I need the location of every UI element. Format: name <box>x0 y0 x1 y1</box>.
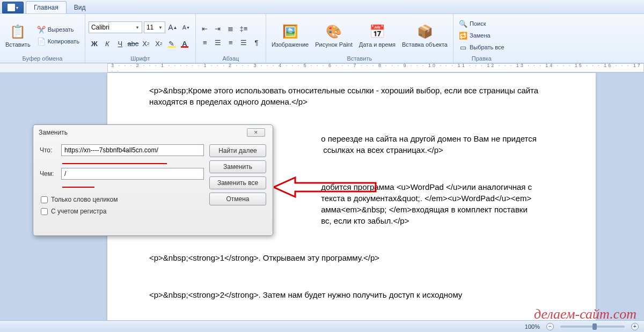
insert-image-label: Изображение <box>272 41 309 48</box>
copy-label: Копировать <box>48 38 79 45</box>
match-case-checkbox[interactable]: С учетом регистра <box>41 208 204 215</box>
doc-line: <p>&nbsp;Кроме этого использовать относи… <box>149 85 554 107</box>
doc-line: <p>&nbsp;<strong>1</strong>. Открываем э… <box>149 252 554 263</box>
dialog-close-button[interactable]: ✕ <box>247 128 265 137</box>
find-label: Поиск <box>470 20 486 27</box>
tab-view[interactable]: Вид <box>67 2 93 13</box>
calendar-icon: 📅 <box>369 23 386 40</box>
zoom-in-button[interactable]: + <box>631 323 639 330</box>
search-icon: 🔍 <box>459 19 467 28</box>
replace-dialog: Заменить ✕ Что: Чем: Только слово целико… <box>33 124 273 236</box>
insert-object-button[interactable]: 📦Вставка объекта <box>400 16 450 55</box>
replace-one-button[interactable]: Заменить <box>209 160 266 173</box>
replace-label: Замена <box>470 32 491 39</box>
find-what-label: Что: <box>40 146 57 154</box>
group-title-paragraph: Абзац <box>199 55 262 62</box>
document-icon <box>8 4 15 11</box>
copy-icon: 📄 <box>37 37 46 46</box>
replace-button[interactable]: 🔁Замена <box>457 30 507 41</box>
replace-with-input[interactable] <box>61 168 204 180</box>
find-button[interactable]: 🔍Поиск <box>457 18 507 29</box>
whole-word-label: Только слово целиком <box>51 196 118 203</box>
insert-paint-button[interactable]: 🎨Рисунок Paint <box>313 16 355 55</box>
group-editing: 🔍Поиск 🔁Замена ▭Выбрать все Правка <box>453 14 510 63</box>
insert-paint-label: Рисунок Paint <box>315 41 353 48</box>
ribbon: 📋 Вставить ✂️Вырезать 📄Копировать Буфер … <box>0 14 644 63</box>
scissors-icon: ✂️ <box>37 25 46 34</box>
align-center-button[interactable]: ☰ <box>212 36 224 48</box>
font-size-value: 11 <box>147 24 153 31</box>
insert-object-label: Вставка объекта <box>402 41 448 48</box>
app-menu-button[interactable] <box>2 2 24 13</box>
find-next-button[interactable]: Найти далее <box>209 144 266 157</box>
group-font: Calibri▼ 11▼ A▲ A▼ Ж К Ч abc X2 X2 ✎ A Ш… <box>85 14 196 63</box>
find-what-input[interactable] <box>61 144 204 156</box>
paste-label: Вставить <box>5 41 31 48</box>
highlight-button[interactable]: ✎ <box>166 38 178 49</box>
tab-home[interactable]: Главная <box>26 1 67 13</box>
dialog-title-text: Заменить <box>39 129 68 136</box>
object-icon: 📦 <box>416 23 434 40</box>
replace-icon: 🔁 <box>459 31 467 40</box>
align-right-button[interactable]: ≡ <box>225 36 237 48</box>
whole-word-checkbox[interactable]: Только слово целиком <box>41 196 204 203</box>
zoom-slider[interactable] <box>560 326 625 328</box>
group-insert: 🖼️Изображение 🎨Рисунок Paint 📅Дата и вре… <box>266 14 453 63</box>
group-title-clipboard: Буфер обмена <box>3 55 82 62</box>
doc-line: <p>&nbsp;<strong>2</strong>. Затем нам б… <box>149 289 554 300</box>
bold-button[interactable]: Ж <box>89 38 100 49</box>
group-title-insert: Вставить <box>269 55 450 62</box>
grow-font-button[interactable]: A▲ <box>167 21 179 33</box>
line-spacing-button[interactable]: ‡≡ <box>238 23 250 34</box>
title-bar: Главная Вид <box>0 0 644 14</box>
paint-icon: 🎨 <box>325 23 342 40</box>
group-title-editing: Правка <box>457 55 507 62</box>
cancel-button[interactable]: Отмена <box>209 193 266 205</box>
replace-with-label: Чем: <box>40 170 57 178</box>
justify-button[interactable]: ☰ <box>238 36 250 48</box>
select-all-label: Выбрать все <box>470 44 504 50</box>
zoom-level: 100% <box>525 323 540 330</box>
font-color-button[interactable]: A <box>179 38 191 49</box>
increase-indent-button[interactable]: ⇥ <box>212 23 224 34</box>
replace-all-button[interactable]: Заменить все <box>209 176 266 189</box>
cut-button[interactable]: ✂️Вырезать <box>35 24 82 35</box>
font-family-combo[interactable]: Calibri▼ <box>89 21 142 33</box>
insert-image-button[interactable]: 🖼️Изображение <box>269 16 311 55</box>
copy-button[interactable]: 📄Копировать <box>35 36 82 47</box>
bullets-button[interactable]: ≣ <box>225 23 237 34</box>
underline-button[interactable]: Ч <box>114 38 126 49</box>
superscript-button[interactable]: X2 <box>153 38 165 49</box>
font-family-value: Calibri <box>91 24 109 31</box>
match-case-label: С учетом регистра <box>51 208 106 215</box>
select-all-button[interactable]: ▭Выбрать все <box>457 42 507 53</box>
shrink-font-button[interactable]: A▼ <box>180 21 192 33</box>
ruler-marks: 3 · · · 2 · · · 1 · · · · · · 1 · · · 2 … <box>108 63 643 73</box>
select-all-icon: ▭ <box>459 43 467 51</box>
group-clipboard: 📋 Вставить ✂️Вырезать 📄Копировать Буфер … <box>0 14 85 63</box>
ruler: 3 · · · 2 · · · 1 · · · · · · 1 · · · 2 … <box>0 63 644 73</box>
insert-datetime-button[interactable]: 📅Дата и время <box>357 16 398 55</box>
close-icon: ✕ <box>254 130 258 135</box>
image-icon: 🖼️ <box>282 23 299 40</box>
italic-button[interactable]: К <box>101 38 113 49</box>
group-paragraph: ⇤ ⇥ ≣ ‡≡ ≡ ☰ ≡ ☰ ¶ Абзац <box>196 14 266 63</box>
paragraph-dialog-button[interactable]: ¶ <box>251 36 262 48</box>
dialog-titlebar: Заменить ✕ <box>33 125 273 140</box>
align-left-button[interactable]: ≡ <box>199 36 211 48</box>
decrease-indent-button[interactable]: ⇤ <box>199 23 211 34</box>
watermark: делаем-сайт.com <box>534 306 636 322</box>
paste-icon: 📋 <box>9 23 26 40</box>
paste-button[interactable]: 📋 Вставить <box>3 16 33 55</box>
subscript-button[interactable]: X2 <box>140 38 152 49</box>
strike-button[interactable]: abc <box>127 38 139 49</box>
font-size-combo[interactable]: 11▼ <box>144 21 165 33</box>
zoom-out-button[interactable]: − <box>546 323 554 330</box>
group-title-font: Шрифт <box>89 55 192 62</box>
insert-datetime-label: Дата и время <box>359 41 396 48</box>
cut-label: Вырезать <box>48 26 74 33</box>
